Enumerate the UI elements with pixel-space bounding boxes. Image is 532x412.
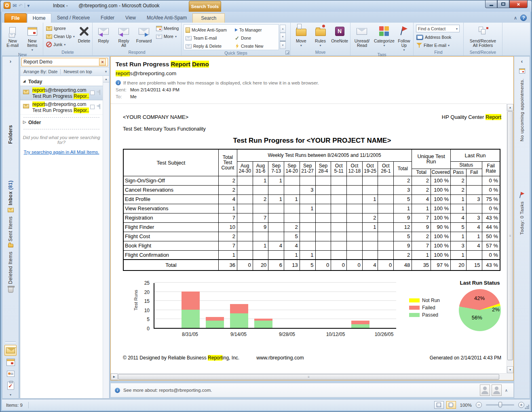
rules-button[interactable]: Rules ▾ — [311, 23, 330, 49]
ignore-button[interactable]: Ignore — [44, 24, 77, 32]
reply-button[interactable]: Reply — [93, 23, 114, 49]
follow-up-flag-icon[interactable] — [96, 90, 101, 95]
tab-view[interactable]: View — [120, 13, 141, 23]
outlook-app-icon[interactable]: O — [4, 2, 11, 9]
sort-order-control[interactable]: Newest on top — [63, 69, 92, 74]
contacts-module-button[interactable] — [4, 368, 17, 379]
close-button[interactable]: × — [509, 0, 528, 8]
expand-todo-bar-icon[interactable]: ‹ — [521, 58, 523, 64]
message-list-scrollbar[interactable]: ▲ — [103, 76, 109, 398]
inbox-icon[interactable] — [8, 208, 14, 212]
collapse-ribbon-icon[interactable]: ∧ — [514, 15, 517, 21]
expand-folders-icon[interactable]: › — [10, 58, 11, 64]
category-box-icon[interactable] — [90, 105, 95, 109]
reading-pane-horizontal-scrollbar[interactable]: ◀ ≡ ▶ — [111, 373, 507, 380]
tasks-module-button[interactable] — [4, 380, 17, 391]
horizontal-scrollbar-thumb[interactable]: ≡ — [118, 374, 499, 380]
quick-steps-dialog-launcher-icon[interactable] — [285, 51, 289, 55]
deleted-items-icon[interactable] — [8, 287, 13, 293]
clear-search-icon[interactable]: × — [99, 59, 106, 65]
qat-send-receive-icon[interactable]: ✉ — [13, 3, 17, 8]
minimize-button[interactable] — [485, 0, 497, 8]
onenote-button[interactable]: N OneNote — [330, 23, 349, 49]
clean-up-button[interactable]: Clean Up▾ — [44, 32, 77, 40]
sidebar-item-deleted-items[interactable]: Deleted Items — [8, 251, 13, 284]
qat-undo-icon[interactable]: ↶ — [19, 3, 23, 8]
quick-step-to-manager[interactable]: To Manager — [235, 26, 279, 34]
quick-steps-scroll-up[interactable]: ▴ — [280, 25, 286, 33]
delete-button[interactable]: Delete — [77, 23, 91, 49]
scroll-up-icon[interactable]: ▲ — [507, 104, 513, 111]
tab-search[interactable]: Search — [192, 13, 225, 23]
reading-pane-vertical-scrollbar[interactable]: ▲ ≡ ▼ — [507, 104, 513, 373]
quick-step-team-email[interactable]: Team E-mail — [186, 34, 235, 42]
quick-step-mcafee[interactable]: McAfee Anti-Spam — [186, 26, 235, 34]
test-subject-cell: Registration — [123, 213, 219, 222]
zoom-slider[interactable] — [486, 404, 514, 406]
forward-button[interactable]: Forward — [134, 23, 154, 49]
junk-button[interactable]: Junk▾ — [44, 40, 77, 49]
tab-file[interactable]: File — [4, 13, 27, 23]
arrange-by-control[interactable]: Arrange By: Date — [23, 69, 57, 74]
send-receive-all-folders-button[interactable]: Send/Receive All Folders — [466, 23, 500, 49]
zoom-slider-thumb[interactable] — [498, 402, 502, 408]
find-a-contact-input[interactable]: Find a Contact ▾ — [416, 25, 460, 32]
group-header-today[interactable]: ◢ Today — [20, 76, 103, 86]
calendar-module-button[interactable] — [4, 357, 17, 368]
move-button[interactable]: Move ▾ — [291, 23, 311, 49]
address-book-button[interactable]: Address Book — [414, 33, 453, 41]
zoom-out-button[interactable]: − — [476, 402, 482, 408]
meeting-button[interactable]: Meeting — [154, 24, 181, 32]
resize-grip[interactable] — [524, 405, 529, 410]
reply-all-button[interactable]: Reply All — [114, 23, 134, 49]
group-header-older[interactable]: ▷ Older — [20, 118, 103, 127]
follow-up-button[interactable]: Follow Up ▾ — [396, 23, 412, 52]
tab-mcafee-anti-spam[interactable]: McAfee Anti-Spam — [141, 13, 192, 23]
more-button[interactable]: More▾ — [154, 32, 181, 40]
filter-email-button[interactable]: Filter E-mail▾ — [414, 41, 452, 49]
sidebar-item-inbox[interactable]: Inbox (81) — [8, 180, 13, 205]
no-appointments-text[interactable]: No upcoming appointments. — [519, 78, 524, 142]
tab-folder[interactable]: Folder — [95, 13, 120, 23]
avatar[interactable] — [492, 385, 502, 396]
search-input[interactable]: Report Demo × — [21, 58, 108, 66]
sort-direction-icon[interactable]: ▼ — [104, 70, 108, 74]
more-modules-icon[interactable]: ▾ — [10, 393, 11, 397]
sidebar-item-sent-items[interactable]: Sent Items — [8, 216, 13, 241]
sent-items-icon[interactable] — [8, 244, 13, 247]
maximize-button[interactable] — [497, 0, 509, 8]
table-cell: 2 — [412, 232, 431, 241]
collapse-people-pane-icon[interactable]: ∧ — [503, 388, 509, 393]
tab-home[interactable]: Home — [27, 13, 51, 23]
quick-step-done[interactable]: ✓Done — [235, 34, 279, 42]
vertical-scrollbar-thumb[interactable]: ≡ — [507, 111, 513, 360]
calendar-icon[interactable] — [519, 68, 525, 74]
email-list-item[interactable]: reports@rbreporting.com Test Run Progres… — [20, 86, 103, 100]
today-tasks-text[interactable]: Today: 0 Tasks — [519, 201, 524, 235]
quick-steps-scroll-down[interactable]: ▾ — [280, 33, 286, 41]
scroll-up-icon[interactable]: ▲ — [103, 76, 109, 82]
quick-step-create-new[interactable]: Create New — [235, 42, 279, 50]
tab-send-receive[interactable]: Send / Receive — [52, 13, 95, 23]
categorize-button[interactable]: Categorize ▾ — [373, 23, 396, 49]
zoom-in-button[interactable]: + — [518, 402, 524, 408]
category-box-icon[interactable] — [90, 91, 95, 95]
email-list-item[interactable]: reports@rbreporting.com Test Run Progres… — [20, 100, 103, 115]
normal-view-button[interactable] — [434, 401, 444, 409]
quick-steps-more-icon[interactable]: ▾ — [280, 41, 286, 49]
new-items-button[interactable]: New Items ▾ — [23, 23, 42, 52]
mail-module-button[interactable] — [4, 345, 17, 356]
new-email-button[interactable]: New E-mail — [3, 23, 23, 49]
zoom-level[interactable]: 100% — [460, 403, 472, 408]
search-all-mail-link[interactable]: Try searching again in All Mail Items. — [20, 150, 103, 154]
avatar[interactable] — [480, 385, 490, 396]
qat-customize-icon[interactable]: ▾ — [27, 3, 30, 8]
scroll-down-icon[interactable]: ▼ — [507, 366, 513, 373]
reading-view-button[interactable] — [446, 401, 456, 409]
quick-step-reply-delete[interactable]: Reply & Delete — [186, 42, 235, 50]
help-icon[interactable]: ? — [520, 15, 527, 21]
unread-read-button[interactable]: Unread/ Read — [351, 23, 373, 49]
scroll-right-icon[interactable]: ▶ — [111, 374, 118, 380]
follow-up-flag-icon[interactable] — [96, 104, 101, 110]
message-info-bar[interactable]: i If there are problems with how this me… — [116, 80, 507, 85]
